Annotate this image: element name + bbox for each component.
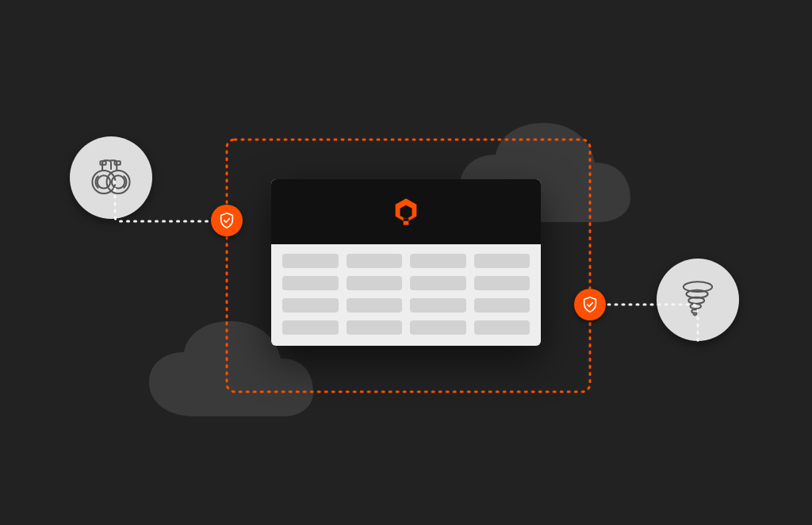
data-panel [271,179,541,346]
table-row [282,298,530,312]
table-cell [347,298,403,312]
table-cell [347,254,403,268]
table-cell [410,320,466,335]
table-cell [474,276,530,290]
shield-check-icon [218,212,236,229]
table-cell [410,298,466,312]
table-row [282,254,530,268]
table-cell [282,276,339,290]
table-cell [282,298,339,312]
table-cell [347,276,403,290]
table-cell [474,320,530,335]
table-row [282,320,530,335]
connector-left-dotted [112,178,223,226]
table-cell [347,320,403,335]
table-cell [282,320,339,335]
pure-storage-logo [390,196,422,228]
table-cell [282,254,339,268]
table-cell [474,298,530,312]
table-cell [474,254,530,268]
panel-grid [271,244,541,346]
table-cell [410,276,466,290]
table-row [282,276,530,290]
svg-rect-13 [404,218,409,220]
shield-check-icon [581,296,599,313]
protection-shield-right [574,289,606,320]
panel-header [271,179,541,244]
protection-shield-left [211,205,243,236]
connector-right-dotted [598,301,701,346]
table-cell [410,254,466,268]
